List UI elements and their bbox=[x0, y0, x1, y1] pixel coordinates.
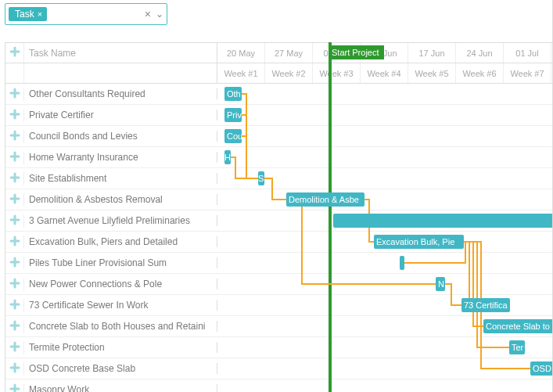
expand-task-button[interactable] bbox=[5, 257, 24, 270]
column-header-name-label: Task Name bbox=[29, 48, 76, 59]
expand-task-button[interactable] bbox=[5, 278, 24, 291]
add-task-button[interactable] bbox=[5, 43, 24, 63]
gantt-bar[interactable]: 73 Certifica bbox=[461, 298, 510, 312]
header-week: Week #4 bbox=[361, 63, 408, 83]
plus-icon bbox=[9, 236, 20, 249]
filter-clear-icon[interactable]: × bbox=[145, 8, 151, 20]
task-name[interactable]: 3 Garnet Avenue Lilyfield Preliminaries bbox=[24, 215, 217, 226]
chevron-down-icon[interactable]: ⌄ bbox=[156, 9, 163, 20]
header-week: Week #3 bbox=[313, 63, 361, 83]
header-week: Week #7 bbox=[504, 63, 551, 83]
task-name[interactable]: Concrete Slab to Both Houses and Retaini bbox=[24, 321, 217, 332]
filter-chip-task[interactable]: Task × bbox=[9, 7, 47, 21]
plus-icon bbox=[9, 193, 20, 207]
expand-task-button[interactable] bbox=[5, 88, 24, 101]
chip-remove-icon[interactable]: × bbox=[38, 9, 42, 19]
header-date: 27 May bbox=[265, 43, 313, 63]
expand-task-button[interactable] bbox=[5, 362, 24, 376]
gantt-bar[interactable]: Cou bbox=[224, 129, 242, 143]
task-name[interactable]: Site Establishment bbox=[24, 173, 217, 184]
expand-task-button[interactable] bbox=[5, 320, 24, 333]
plus-icon bbox=[9, 130, 20, 143]
header-date: 24 Jun bbox=[456, 43, 504, 63]
task-name[interactable]: 73 Certificate Sewer In Work bbox=[24, 300, 217, 311]
task-name[interactable]: Piles Tube Liner Provisional Sum bbox=[24, 257, 217, 268]
header-week: Week #5 bbox=[408, 63, 456, 83]
plus-icon bbox=[9, 299, 20, 312]
plus-icon bbox=[9, 257, 20, 270]
header-spacer bbox=[5, 63, 24, 83]
start-project-flag: Start Project bbox=[329, 45, 384, 59]
plus-icon bbox=[9, 88, 20, 101]
header-week: Week #1 bbox=[217, 63, 265, 83]
task-name[interactable]: New Power Connections & Pole bbox=[24, 279, 217, 290]
header-week: Week #6 bbox=[456, 63, 504, 83]
header-date: 17 Jun bbox=[408, 43, 456, 63]
plus-icon bbox=[9, 278, 20, 291]
gantt-bar[interactable]: S bbox=[258, 171, 264, 185]
task-name[interactable]: Private Certifier bbox=[24, 110, 217, 120]
column-header-name: Task Name bbox=[24, 43, 217, 63]
header-dates: 20 May27 May03 Jun10 Jun17 Jun24 Jun01 J… bbox=[217, 43, 552, 63]
plus-icon bbox=[9, 214, 20, 228]
plus-icon bbox=[9, 383, 20, 393]
gantt-bar[interactable]: Excavation Bulk, Pie bbox=[374, 235, 464, 249]
task-name[interactable]: Excavation Bulk, Piers and Detailed bbox=[24, 236, 217, 247]
task-name[interactable]: Termite Protection bbox=[24, 342, 217, 353]
plus-icon bbox=[9, 320, 20, 333]
header-weeks: Week #1Week #2Week #3Week #4Week #5Week … bbox=[217, 63, 552, 83]
plus-icon bbox=[9, 46, 20, 59]
expand-task-button[interactable] bbox=[5, 383, 24, 393]
expand-task-button[interactable] bbox=[5, 214, 24, 228]
gantt-bar[interactable]: H bbox=[224, 150, 231, 164]
plus-icon bbox=[9, 341, 20, 354]
task-name[interactable]: Masonry Work bbox=[24, 384, 217, 392]
gantt-overlay: Start Project OthPrivCouHSDemolition & A… bbox=[217, 84, 552, 392]
header-date: 01 Jul bbox=[504, 43, 551, 63]
expand-task-button[interactable] bbox=[5, 236, 24, 249]
plus-icon bbox=[9, 172, 20, 185]
gantt-bar[interactable]: Demolition & Asbe bbox=[286, 192, 364, 207]
start-project-label: Start Project bbox=[332, 48, 379, 57]
expand-task-button[interactable] bbox=[5, 341, 24, 354]
gantt-bar[interactable] bbox=[400, 256, 404, 270]
filter-chip-label: Task bbox=[15, 9, 34, 20]
gantt-bar[interactable]: OSD C bbox=[530, 361, 553, 376]
filter-bar[interactable]: Task × × ⌄ bbox=[5, 3, 167, 25]
expand-task-button[interactable] bbox=[5, 193, 24, 207]
expand-task-button[interactable] bbox=[5, 109, 24, 122]
gantt-bar[interactable]: N bbox=[436, 277, 445, 291]
gantt-bar[interactable]: Concrete Slab to Bo bbox=[483, 319, 553, 333]
plus-icon bbox=[9, 362, 20, 376]
expand-task-button[interactable] bbox=[5, 172, 24, 185]
expand-task-button[interactable] bbox=[5, 299, 24, 312]
plus-icon bbox=[9, 109, 20, 122]
expand-task-button[interactable] bbox=[5, 151, 24, 164]
task-name[interactable]: Home Warranty Insurance bbox=[24, 152, 217, 163]
header-spacer-name bbox=[24, 63, 217, 83]
expand-task-button[interactable] bbox=[5, 130, 24, 143]
task-name[interactable]: Demolition & Asbestos Removal bbox=[24, 194, 217, 205]
gantt-bar[interactable]: Priv bbox=[224, 108, 242, 122]
header-week: Week #2 bbox=[265, 63, 313, 83]
header-row-weeks: Week #1Week #2Week #3Week #4Week #5Week … bbox=[5, 63, 552, 84]
gantt-bar[interactable]: Oth bbox=[224, 87, 242, 101]
header-date: 20 May bbox=[217, 43, 265, 63]
gantt-bar[interactable]: Ter bbox=[509, 340, 525, 354]
gantt-grid: Task Name 20 May27 May03 Jun10 Jun17 Jun… bbox=[5, 42, 552, 392]
gantt-bar[interactable] bbox=[333, 214, 553, 228]
header-row-dates: Task Name 20 May27 May03 Jun10 Jun17 Jun… bbox=[5, 43, 552, 63]
task-name[interactable]: Other Consultants Required bbox=[24, 88, 217, 99]
task-name[interactable]: Council Bonds and Levies bbox=[24, 131, 217, 142]
plus-icon bbox=[9, 151, 20, 164]
task-name[interactable]: OSD Concrete Base Slab bbox=[24, 363, 217, 374]
